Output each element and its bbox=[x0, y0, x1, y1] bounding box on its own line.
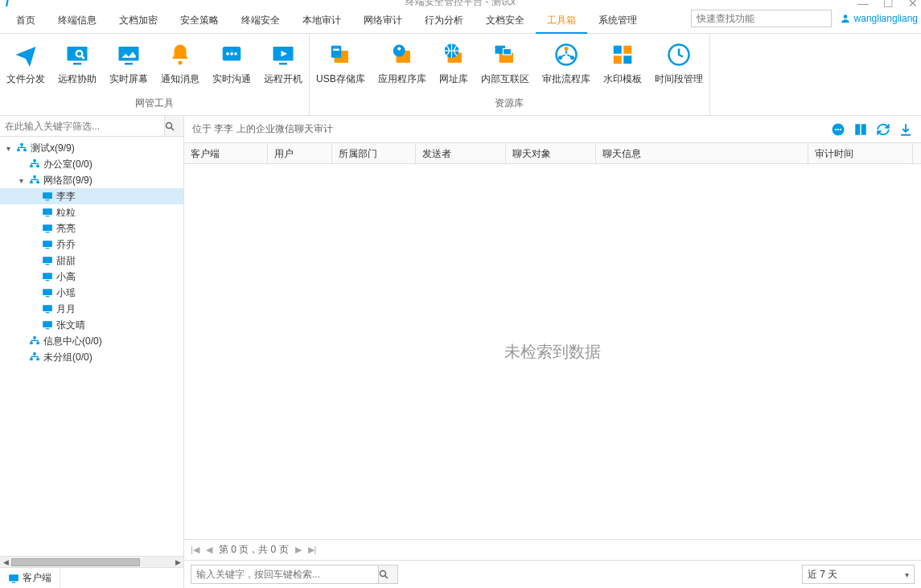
org-icon bbox=[28, 335, 41, 347]
clock-icon bbox=[666, 42, 692, 68]
tree-filter-input[interactable] bbox=[0, 116, 164, 136]
grid-column-header[interactable]: 聊天对象 bbox=[506, 143, 596, 163]
ribbon-monitor-search[interactable]: 远程协助 bbox=[51, 39, 103, 95]
filter-row bbox=[0, 116, 183, 137]
pager-prev-icon[interactable]: ◀ bbox=[206, 545, 212, 555]
pager-last-icon[interactable]: ▶| bbox=[308, 545, 317, 555]
svg-rect-41 bbox=[33, 175, 36, 178]
tree-label: 月月 bbox=[56, 302, 76, 316]
pager-first-icon[interactable]: |◀ bbox=[191, 545, 199, 555]
menu-bar: 首页终端信息文档加密安全策略终端安全本地审计网络审计行为分析文档安全工具箱系统管… bbox=[0, 6, 921, 34]
svg-rect-68 bbox=[9, 574, 19, 581]
svg-rect-23 bbox=[503, 49, 511, 56]
grid-column-header[interactable]: 审计时间 bbox=[808, 143, 913, 163]
quick-search-input[interactable] bbox=[691, 10, 832, 27]
svg-rect-74 bbox=[855, 124, 860, 135]
menubar-right: wangliangliang bbox=[691, 10, 918, 27]
grid-column-header[interactable]: 聊天信息 bbox=[596, 143, 808, 163]
menu-3[interactable]: 安全策略 bbox=[169, 6, 230, 34]
chat-view-icon[interactable] bbox=[831, 122, 845, 137]
ribbon-devices-box[interactable]: 内部互联区 bbox=[475, 39, 536, 95]
svg-rect-46 bbox=[43, 208, 52, 215]
globe-box-icon bbox=[441, 42, 467, 68]
menu-6[interactable]: 网络审计 bbox=[352, 6, 413, 34]
svg-rect-36 bbox=[17, 149, 20, 151]
ribbon-grid-box[interactable]: 水印模板 bbox=[597, 39, 648, 95]
menu-2[interactable]: 文档加密 bbox=[108, 6, 169, 34]
tree-node[interactable]: 乔乔 bbox=[0, 236, 183, 253]
tree-node[interactable]: 信息中心(0/0) bbox=[0, 333, 183, 349]
pager-text: 第 0 页，共 0 页 bbox=[219, 543, 289, 557]
ribbon-bell[interactable]: 通知消息 bbox=[154, 39, 206, 95]
tree-node[interactable]: ▾网络部(9/9) bbox=[0, 172, 183, 188]
tree-node[interactable]: 办公室(0/0) bbox=[0, 156, 183, 172]
ribbon-plane[interactable]: 文件分发 bbox=[0, 39, 51, 95]
ribbon-group: USB存储库应用程序库网址库内部互联区审批流程库水印模板时间段管理资源库 bbox=[310, 34, 710, 115]
grid-column-header[interactable]: 用户 bbox=[268, 143, 332, 163]
ribbon-monitor-image[interactable]: 实时屏幕 bbox=[103, 39, 154, 95]
tree-toggle-icon[interactable]: ▾ bbox=[16, 176, 26, 185]
keyword-search-button[interactable] bbox=[378, 565, 397, 583]
period-select[interactable]: 近 7 天 ▾ bbox=[802, 565, 915, 584]
svg-point-33 bbox=[167, 122, 172, 128]
pager-next-icon[interactable]: ▶ bbox=[295, 545, 302, 555]
menu-4[interactable]: 终端安全 bbox=[230, 6, 291, 34]
user-label[interactable]: wangliangliang bbox=[840, 13, 918, 24]
grid-column-header[interactable]: 客户端 bbox=[184, 143, 268, 163]
menu-7[interactable]: 行为分析 bbox=[413, 6, 475, 34]
grid-column-header[interactable]: 发送者 bbox=[416, 143, 506, 163]
tree-node[interactable]: 粒粒 bbox=[0, 204, 183, 220]
tree-node[interactable]: 张文晴 bbox=[0, 317, 183, 333]
svg-line-34 bbox=[171, 127, 175, 130]
chevron-down-icon: ▾ bbox=[905, 570, 909, 579]
tree-filter-button[interactable] bbox=[164, 116, 183, 136]
ribbon-clock[interactable]: 时间段管理 bbox=[648, 39, 709, 95]
menu-0[interactable]: 首页 bbox=[5, 6, 47, 34]
grid-box-icon bbox=[610, 42, 635, 68]
columns-icon[interactable] bbox=[853, 122, 868, 137]
export-icon[interactable] bbox=[898, 122, 913, 137]
ribbon-monitor-play[interactable]: 远程开机 bbox=[257, 39, 309, 95]
svg-rect-58 bbox=[43, 305, 52, 311]
tree-node[interactable]: 亮亮 bbox=[0, 220, 183, 236]
scroll-right-icon[interactable]: ▶ bbox=[172, 558, 183, 566]
svg-rect-63 bbox=[30, 342, 33, 344]
ribbon-item-label: 文件分发 bbox=[6, 72, 45, 86]
menu-8[interactable]: 文档安全 bbox=[475, 6, 536, 34]
menu-5[interactable]: 本地审计 bbox=[291, 6, 352, 34]
ribbon-globe-box[interactable]: 网址库 bbox=[433, 39, 475, 95]
ribbon-chat[interactable]: 实时沟通 bbox=[206, 39, 257, 95]
grid-column-header[interactable]: 所属部门 bbox=[332, 143, 416, 163]
refresh-icon[interactable] bbox=[876, 122, 890, 137]
ribbon-flow-circle[interactable]: 审批流程库 bbox=[536, 39, 597, 95]
svg-rect-48 bbox=[43, 224, 52, 231]
ribbon-usb-box[interactable]: USB存储库 bbox=[310, 39, 372, 95]
menu-1[interactable]: 终端信息 bbox=[47, 6, 108, 34]
tree-node[interactable]: 甜甜 bbox=[0, 253, 183, 269]
tree-label: 信息中心(0/0) bbox=[43, 335, 102, 348]
tree-node[interactable]: 小瑶 bbox=[0, 285, 183, 301]
ribbon-item-label: 时间段管理 bbox=[655, 72, 703, 86]
keyword-input[interactable] bbox=[191, 565, 378, 583]
plane-icon bbox=[13, 42, 39, 68]
right-panel: 位于 李李 上的企业微信聊天审计 客户端用户所属部门发送者聊天对象聊天信息审计时… bbox=[184, 116, 921, 588]
tree-node[interactable]: 月月 bbox=[0, 301, 183, 317]
tree-node[interactable]: 未分组(0/0) bbox=[0, 349, 183, 365]
tree-h-scrollbar[interactable]: ◀ ▶ bbox=[0, 556, 183, 567]
svg-rect-40 bbox=[36, 165, 39, 167]
tree-toggle-icon[interactable]: ▾ bbox=[3, 144, 13, 153]
pager: |◀ ◀ 第 0 页，共 0 页 ▶ ▶| bbox=[184, 540, 921, 561]
tree-node[interactable]: ▾测试x(9/9) bbox=[0, 140, 183, 156]
scroll-left-icon[interactable]: ◀ bbox=[0, 558, 11, 566]
tab-clients[interactable]: 客户端 bbox=[0, 568, 60, 588]
tree-node[interactable]: 小高 bbox=[0, 269, 183, 285]
menu-10[interactable]: 系统管理 bbox=[587, 6, 648, 34]
svg-rect-42 bbox=[30, 181, 33, 183]
tree-node[interactable]: 李李 bbox=[0, 188, 183, 204]
menu-9[interactable]: 工具箱 bbox=[536, 6, 587, 34]
svg-rect-37 bbox=[23, 149, 27, 151]
usb-box-icon bbox=[327, 42, 353, 68]
svg-rect-31 bbox=[623, 56, 631, 64]
apps-box-icon bbox=[389, 42, 415, 68]
ribbon-apps-box[interactable]: 应用程序库 bbox=[372, 39, 433, 95]
